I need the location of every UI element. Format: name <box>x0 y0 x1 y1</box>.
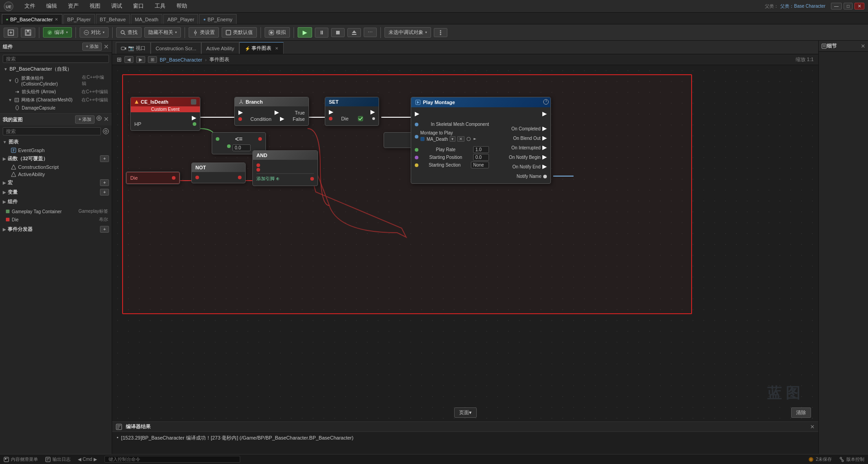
restore-btn[interactable]: □ <box>844 3 853 10</box>
montage-exec-out-pin[interactable] <box>542 112 547 116</box>
and-add-pin[interactable]: 添加引脚 ⊕ <box>256 176 280 182</box>
montage-exec-pin[interactable] <box>415 112 419 116</box>
set-exec-out[interactable] <box>370 110 375 115</box>
blueprints-gear-icon[interactable] <box>103 128 109 134</box>
add-dispatcher-btn[interactable]: + <box>100 226 109 233</box>
tab-active-ability[interactable]: Active Ability <box>201 42 239 54</box>
starting-pos-pin[interactable] <box>415 156 418 159</box>
doc-tab-5[interactable]: ● BP_Enemy <box>199 14 236 24</box>
breadcrumb-class-link[interactable]: BP_BaseCharacter <box>160 57 202 62</box>
play-rate-pin[interactable] <box>415 148 418 152</box>
tab-event-graph[interactable]: ⚡ 事件图表 ✕ <box>239 42 284 54</box>
save-btn[interactable] <box>21 28 35 38</box>
branch-exec-in[interactable] <box>238 110 243 115</box>
stop-btn[interactable] <box>331 28 345 37</box>
starting-section-pin[interactable] <box>415 163 418 167</box>
on-notify-begin-pin[interactable] <box>542 155 547 160</box>
starting-pos-input[interactable] <box>473 154 489 161</box>
doc-tab-4[interactable]: ABP_Player <box>163 14 198 24</box>
functions-header[interactable]: ▶ 函数（32可覆盖） + <box>0 154 112 163</box>
node-branch[interactable]: Branch True Condition False <box>234 97 309 126</box>
branch-false-out[interactable] <box>280 117 285 121</box>
montage-skeletal-pin[interactable] <box>415 123 418 126</box>
play-rate-input[interactable] <box>473 146 489 153</box>
event-hp-pin[interactable] <box>193 122 196 126</box>
add-blueprint-btn[interactable]: + 添加 <box>75 115 95 124</box>
event-graph-item[interactable]: EventGraph <box>0 147 112 154</box>
menu-debug[interactable]: 调试 <box>109 1 124 11</box>
node-not[interactable]: NOT <box>191 163 246 183</box>
page-control[interactable]: 页面▾ <box>454 407 477 418</box>
components-section-header[interactable]: ▶ 组件 <box>0 197 112 206</box>
menu-asset[interactable]: 资产 <box>66 1 81 11</box>
set-die-in[interactable] <box>329 117 332 120</box>
menu-file[interactable]: 文件 <box>23 1 37 11</box>
close-components-btn[interactable]: ✕ <box>104 43 109 50</box>
add-macro-btn[interactable]: + <box>100 179 109 186</box>
doc-tab-3[interactable]: MA_Death <box>131 14 162 24</box>
menu-edit[interactable]: 编辑 <box>44 1 59 11</box>
node-die-var[interactable]: Die <box>126 172 180 184</box>
component-search-input[interactable] <box>3 55 109 63</box>
dispatchers-header[interactable]: ▶ 事件分发器 + <box>0 225 112 234</box>
clear-btn[interactable]: 清除 <box>791 407 811 418</box>
not-in-pin[interactable] <box>195 176 199 179</box>
ma-death-dropdown[interactable]: ▾ <box>450 136 455 142</box>
var-gameplay-tag[interactable]: Gameplay Tag Container Gameplay标签 <box>0 207 112 215</box>
add-function-btn[interactable]: + <box>100 155 109 162</box>
compare-value-input[interactable] <box>232 144 251 151</box>
target-options-btn[interactable] <box>434 28 447 37</box>
branch-true-out[interactable] <box>275 110 279 115</box>
event-options[interactable] <box>191 99 196 105</box>
var-die[interactable]: Die 布尔 <box>0 215 112 224</box>
right-panel-close[interactable]: ✕ <box>861 43 865 49</box>
blueprints-settings-icon[interactable] <box>96 115 102 121</box>
output-log-btn[interactable]: 输出日志 <box>45 456 71 463</box>
ma-death-nav-icon[interactable] <box>473 137 477 141</box>
compare-in-pin[interactable] <box>216 137 219 141</box>
blueprint-search-input[interactable] <box>3 127 101 135</box>
menu-tools[interactable]: 工具 <box>153 1 167 11</box>
class-settings-btn[interactable]: 类设置 <box>189 27 219 38</box>
cmd-input[interactable] <box>104 456 240 463</box>
compare-out-pin[interactable] <box>258 137 262 141</box>
menu-help[interactable]: 帮助 <box>175 1 189 11</box>
tree-capsule[interactable]: ▼ 胶囊体组件 (CollisionCylinder) 在C++中编辑 <box>0 73 112 88</box>
base-character-link[interactable]: 父类：Base Character <box>780 3 825 10</box>
not-out-pin[interactable] <box>238 176 242 179</box>
new-btn[interactable] <box>4 28 18 38</box>
compare-val-pin[interactable] <box>227 144 231 148</box>
close-btn[interactable]: ✕ <box>854 3 864 10</box>
branch-condition-pin[interactable] <box>238 117 242 121</box>
tree-dmg-capsule[interactable]: DamageCapsule <box>0 104 112 111</box>
compile-btn[interactable]: ✓ 编译 ▾ <box>43 27 72 38</box>
minimize-btn[interactable]: — <box>831 3 842 10</box>
and-out-pin[interactable] <box>310 177 314 181</box>
node-and[interactable]: AND 添加引脚 ⊕ <box>252 150 318 186</box>
menu-view[interactable]: 视图 <box>88 1 102 11</box>
close-blueprints-btn[interactable]: ✕ <box>104 115 109 124</box>
ma-death-settings-icon[interactable] <box>466 137 471 141</box>
variables-header[interactable]: ▶ 变量 + <box>0 187 112 197</box>
notify-name-pin[interactable] <box>543 175 547 178</box>
event-exec-pin[interactable] <box>192 116 196 120</box>
find-btn[interactable]: 查找 <box>116 27 142 38</box>
construction-script-item[interactable]: ConstructionScript <box>0 163 112 171</box>
target-select-btn[interactable]: 未选中调试对象 ▾ <box>384 27 431 38</box>
on-notify-end-pin[interactable] <box>542 165 547 169</box>
node-event[interactable]: CE_IsDeath Custom Event HP <box>130 97 200 131</box>
tree-mesh[interactable]: ▼ 网格体 (CharacterMesh0) 在C++中编辑 <box>0 96 112 104</box>
breadcrumb-forward-btn[interactable]: ▶ <box>136 56 145 63</box>
active-ability-item[interactable]: ActiveAbility <box>0 171 112 178</box>
compiler-close-btn[interactable]: ✕ <box>810 424 815 430</box>
tree-arrow[interactable]: 箭头组件 (Arrow) 在C++中编辑 <box>0 88 112 96</box>
die-var-out-pin[interactable] <box>172 176 175 180</box>
doc-tab-active[interactable]: ● BP_BaseCharacter ✕ <box>2 14 62 24</box>
and-in1[interactable] <box>256 163 260 167</box>
more-options-btn[interactable]: ⋯ <box>364 28 377 37</box>
starting-section-input[interactable] <box>471 162 489 168</box>
eject-btn[interactable] <box>347 28 361 37</box>
on-completed-pin[interactable] <box>542 127 547 131</box>
doc-tab-2[interactable]: BT_Behave <box>96 14 130 24</box>
add-component-btn[interactable]: + 添加 <box>82 43 102 51</box>
